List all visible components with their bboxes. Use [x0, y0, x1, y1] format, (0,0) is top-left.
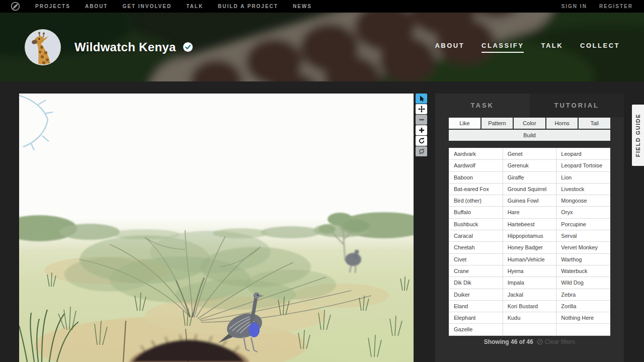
reset-arrows-icon — [418, 148, 425, 155]
showing-count: Showing 46 of 46 — [484, 338, 533, 345]
topnav-get-involved[interactable]: GET INVOLVED — [122, 4, 172, 9]
zoom-out-tool-button[interactable] — [416, 115, 427, 125]
classify-main: TASK TUTORIAL Like Pattern Color Horns T… — [0, 81, 644, 362]
topnav-about[interactable]: ABOUT — [85, 4, 108, 9]
species-cell[interactable]: Baboon — [449, 172, 503, 184]
species-cell[interactable]: Wild Dog — [556, 277, 610, 289]
species-cell[interactable]: Livestock — [556, 184, 610, 195]
species-cell[interactable]: Genet — [503, 148, 557, 160]
project-nav: ABOUT CLASSIFY TALK COLLECT — [435, 42, 620, 53]
project-avatar — [26, 30, 60, 64]
project-nav-talk[interactable]: TALK — [541, 42, 563, 53]
species-cell[interactable]: Cheetah — [449, 242, 503, 253]
species-cell[interactable]: Serval — [556, 230, 610, 242]
filter-build-button[interactable]: Build — [449, 130, 610, 141]
topnav-projects[interactable]: PROJECTS — [35, 4, 70, 9]
species-cell[interactable]: Zorilla — [556, 301, 610, 312]
verified-checkmark-icon — [183, 42, 193, 52]
species-grid: AardvarkGenetLeopardAardwolfGerenukLeopa… — [449, 148, 610, 336]
subject-image[interactable] — [19, 94, 414, 362]
topnav-talk[interactable]: TALK — [186, 4, 203, 9]
rotate-tool-button[interactable] — [416, 136, 427, 146]
tab-tutorial[interactable]: TUTORIAL — [530, 94, 624, 117]
characteristic-filters: Like Pattern Color Horns Tail Build — [449, 118, 610, 141]
species-cell[interactable]: Bushbuck — [449, 219, 503, 230]
panel-tabs: TASK TUTORIAL — [435, 94, 624, 117]
species-cell[interactable]: Hartebeest — [503, 219, 557, 230]
species-cell[interactable]: Duiker — [449, 289, 503, 301]
species-cell[interactable]: Impala — [503, 277, 557, 289]
species-cell[interactable]: Hippopotamus — [503, 230, 557, 242]
species-cell-empty — [556, 324, 610, 335]
plus-icon — [418, 127, 425, 134]
species-cell[interactable]: Hare — [503, 207, 557, 218]
project-nav-collect[interactable]: COLLECT — [580, 42, 620, 53]
topnav-news[interactable]: NEWS — [293, 4, 312, 9]
species-cell[interactable]: Porcupine — [556, 219, 610, 230]
cursor-arrow-icon — [418, 95, 425, 102]
project-header: Wildwatch Kenya ABOUT CLASSIFY TALK COLL… — [0, 13, 644, 81]
project-header-content: Wildwatch Kenya ABOUT CLASSIFY TALK COLL… — [0, 13, 644, 81]
rotate-clockwise-icon — [418, 137, 425, 144]
species-cell[interactable]: Waterbuck — [556, 265, 610, 277]
sign-in-link[interactable]: SIGN IN — [561, 4, 587, 9]
species-cell[interactable]: Kudu — [503, 312, 557, 324]
species-cell[interactable]: Leopard Tortoise — [556, 160, 610, 171]
species-cell[interactable]: Dik Dik — [449, 277, 503, 289]
subject-toolbar — [416, 94, 427, 156]
clear-filters-button[interactable]: Clear filters — [537, 338, 576, 345]
filter-tail-button[interactable]: Tail — [579, 118, 610, 129]
filter-like-button[interactable]: Like — [449, 118, 480, 129]
species-cell[interactable]: Guinea Fowl — [503, 195, 557, 207]
tab-task[interactable]: TASK — [435, 94, 530, 117]
species-cell[interactable]: Zebra — [556, 289, 610, 301]
field-guide-tab[interactable]: FIELD GUIDE — [632, 105, 644, 166]
species-cell[interactable]: Buffalo — [449, 207, 503, 218]
project-nav-classify[interactable]: CLASSIFY — [481, 42, 524, 53]
pointer-tool-button[interactable] — [416, 94, 427, 104]
species-cell[interactable]: Giraffe — [503, 172, 557, 184]
species-cell[interactable]: Civet — [449, 254, 503, 265]
species-cell[interactable]: Gerenuk — [503, 160, 557, 171]
species-cell[interactable]: Aardwolf — [449, 160, 503, 171]
species-cell[interactable]: Nothing Here — [556, 312, 610, 324]
filter-horns-button[interactable]: Horns — [546, 118, 578, 129]
species-cell[interactable]: Warthog — [556, 254, 610, 265]
topnav-build-a-project[interactable]: BUILD A PROJECT — [218, 4, 278, 9]
species-cell[interactable]: Leopard — [556, 148, 610, 160]
pan-tool-button[interactable] — [416, 104, 427, 114]
species-cell[interactable]: Caracal — [449, 230, 503, 242]
circle-slash-icon — [537, 339, 543, 345]
species-cell[interactable]: Bird (other) — [449, 195, 503, 207]
species-cell[interactable]: Mongoose — [556, 195, 610, 207]
zoom-in-tool-button[interactable] — [416, 125, 427, 135]
species-cell[interactable]: Human/Vehicle — [503, 254, 557, 265]
zooniverse-logo-icon[interactable] — [10, 1, 21, 12]
species-cell[interactable]: Gazelle — [449, 324, 503, 335]
species-cell[interactable]: Lion — [556, 172, 610, 184]
species-cell[interactable]: Honey Badger — [503, 242, 557, 253]
species-cell[interactable]: Bat-eared Fox — [449, 184, 503, 195]
species-cell[interactable]: Elephant — [449, 312, 503, 324]
species-cell[interactable]: Eland — [449, 301, 503, 312]
project-nav-about[interactable]: ABOUT — [435, 42, 464, 53]
filter-color-button[interactable]: Color — [514, 118, 545, 129]
species-cell[interactable]: Kori Bustard — [503, 301, 557, 312]
species-cell[interactable]: Vervet Monkey — [556, 242, 610, 253]
task-panel: TASK TUTORIAL Like Pattern Color Horns T… — [435, 94, 624, 362]
species-cell[interactable]: Crane — [449, 265, 503, 277]
species-cell[interactable]: Oryx — [556, 207, 610, 218]
filter-pattern-button[interactable]: Pattern — [481, 118, 513, 129]
species-cell[interactable]: Ground Squirrel — [503, 184, 557, 195]
species-cell[interactable]: Aardvark — [449, 148, 503, 160]
move-arrows-icon — [418, 106, 425, 113]
top-nav-bar: PROJECTS ABOUT GET INVOLVED TALK BUILD A… — [0, 0, 644, 13]
species-cell[interactable]: Jackal — [503, 289, 557, 301]
register-link[interactable]: REGISTER — [599, 4, 633, 9]
project-title: Wildwatch Kenya — [74, 40, 176, 54]
minus-icon — [418, 116, 425, 123]
species-cell[interactable]: Hyena — [503, 265, 557, 277]
panel-footer: Showing 46 of 46 Clear filters — [435, 338, 624, 345]
reset-tool-button[interactable] — [416, 146, 427, 156]
species-cell-empty — [503, 324, 557, 335]
